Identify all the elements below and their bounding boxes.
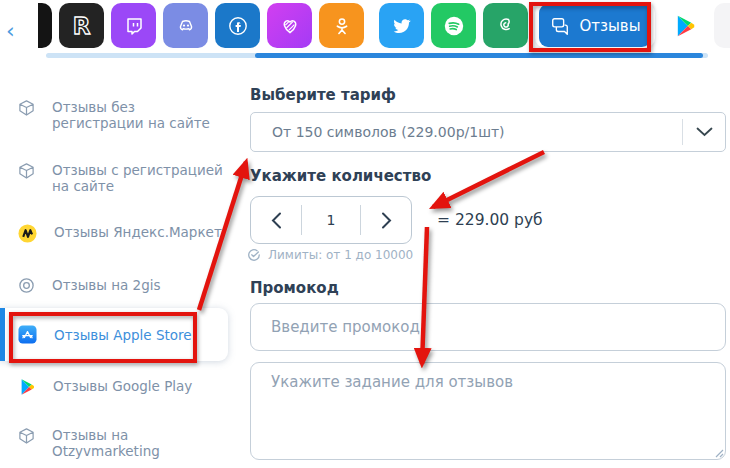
tariff-select[interactable]: От 150 символов (229.00р/1шт)	[250, 112, 726, 152]
tariff-selected-value: От 150 символов (229.00р/1шт)	[251, 124, 682, 140]
chevron-left-icon	[271, 212, 282, 229]
carousel-left-arrow-icon[interactable]: ‹	[6, 20, 15, 42]
tariff-label: Выберите тариф	[250, 86, 396, 104]
sidebar-item-reviews-with-registration[interactable]: Отзывы с регистрацией на сайте	[18, 162, 223, 194]
google-play-icon	[673, 14, 697, 38]
quantity-label: Укажите количество	[250, 167, 431, 185]
chevron-down-icon	[683, 127, 725, 137]
discord-icon	[174, 14, 198, 38]
quantity-stepper: 1	[250, 196, 412, 244]
quantity-decrease-button[interactable]	[251, 197, 301, 243]
sidebar-item-label: Отзывы Apple Store	[54, 327, 192, 343]
quantity-value: 1	[302, 197, 360, 243]
package-icon	[18, 99, 35, 117]
curl-app-icon	[494, 14, 518, 38]
quantity-increase-button[interactable]	[361, 197, 411, 243]
app-tile-green-curl[interactable]	[483, 3, 528, 48]
check-circle-icon	[247, 248, 261, 262]
promo-input[interactable]	[250, 303, 726, 351]
app-tile-r[interactable]: R	[59, 3, 104, 48]
reviews-button[interactable]: Отзывы	[539, 4, 651, 47]
task-textarea[interactable]	[250, 362, 726, 460]
r-letter-icon: R	[73, 13, 91, 39]
google-play-icon	[18, 378, 36, 396]
yandex-market-icon	[18, 224, 37, 243]
chevron-right-icon	[381, 212, 392, 229]
sidebar-item-yandex-market[interactable]: Отзывы Яндекс.Маркет	[18, 224, 222, 243]
annotation-arrow-to-quantity	[433, 152, 544, 207]
total-price: = 229.00 руб	[437, 211, 543, 229]
limits-text: Лимиты: от 1 до 10000	[268, 248, 413, 262]
spotify-icon	[441, 13, 467, 39]
reviews-button-tile: Отзывы	[535, 3, 655, 48]
app-tile-twitter[interactable]	[379, 3, 424, 48]
app-icon-carousel: R	[38, 3, 730, 53]
promo-label: Промокод	[250, 279, 339, 297]
sidebar-item-label: Отзывы Яндекс.Маркет	[54, 224, 222, 240]
app-tile-partial-right[interactable]	[714, 3, 730, 48]
app-store-icon	[18, 325, 37, 344]
app-tile-google-play[interactable]	[662, 3, 707, 48]
carousel-scrollbar-track[interactable]	[46, 53, 708, 58]
app-tile-facebook[interactable]	[215, 3, 260, 48]
app-tile-heart[interactable]	[267, 3, 312, 48]
package-icon	[18, 427, 35, 445]
app-tile-spotify[interactable]	[431, 3, 476, 48]
package-icon	[18, 162, 35, 180]
app-tile-partial[interactable]	[38, 3, 52, 48]
twitch-icon	[123, 15, 145, 37]
sidebar-item-label: Отзывы на Otzyvmarketing	[52, 427, 160, 459]
app-window: ‹ R	[0, 0, 730, 468]
odnoklassniki-icon	[331, 15, 353, 37]
app-tile-discord[interactable]	[163, 3, 208, 48]
carousel-scrollbar-thumb[interactable]	[255, 53, 703, 58]
app-tile-twitch[interactable]	[111, 3, 156, 48]
sidebar-item-label: Отзывы без регистрации на сайте	[52, 99, 210, 131]
heart-stripes-icon	[279, 15, 301, 37]
2gis-icon	[18, 277, 35, 294]
sidebar-item-reviews-no-registration[interactable]: Отзывы без регистрации на сайте	[18, 99, 210, 131]
facebook-icon	[226, 14, 250, 38]
sidebar-item-label: Отзывы Google Play	[53, 378, 192, 394]
chat-bubbles-icon	[549, 16, 571, 36]
twitter-icon	[391, 15, 413, 37]
limits-row: Лимиты: от 1 до 10000	[247, 248, 413, 262]
sidebar-item-google-play[interactable]: Отзывы Google Play	[18, 378, 192, 396]
reviews-button-label: Отзывы	[579, 17, 640, 35]
sidebar-item-label: Отзывы с регистрацией на сайте	[52, 162, 223, 194]
app-tile-odnoklassniki[interactable]	[319, 3, 364, 48]
sidebar-item-2gis[interactable]: Отзывы на 2gis	[18, 277, 161, 294]
sidebar-item-label: Отзывы на 2gis	[52, 277, 161, 293]
sidebar-item-apple-store-active[interactable]: Отзывы Apple Store	[0, 308, 228, 361]
sidebar-item-otzyvmarketing[interactable]: Отзывы на Otzyvmarketing	[18, 427, 160, 459]
